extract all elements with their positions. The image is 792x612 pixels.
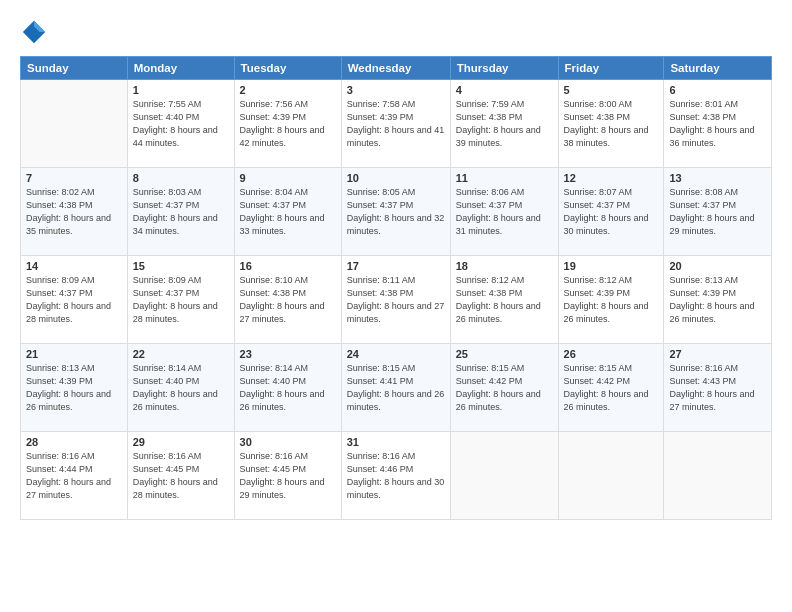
day-number: 26 [564, 348, 659, 360]
day-number: 5 [564, 84, 659, 96]
day-number: 14 [26, 260, 122, 272]
day-number: 28 [26, 436, 122, 448]
day-info: Sunrise: 8:14 AMSunset: 4:40 PMDaylight:… [133, 362, 229, 414]
calendar-week-row: 7Sunrise: 8:02 AMSunset: 4:38 PMDaylight… [21, 168, 772, 256]
day-number: 16 [240, 260, 336, 272]
calendar-weekday: Thursday [450, 57, 558, 80]
calendar-weekday: Friday [558, 57, 664, 80]
calendar-cell: 23Sunrise: 8:14 AMSunset: 4:40 PMDayligh… [234, 344, 341, 432]
calendar-cell: 6Sunrise: 8:01 AMSunset: 4:38 PMDaylight… [664, 80, 772, 168]
day-info: Sunrise: 8:16 AMSunset: 4:46 PMDaylight:… [347, 450, 445, 502]
day-info: Sunrise: 8:06 AMSunset: 4:37 PMDaylight:… [456, 186, 553, 238]
day-number: 1 [133, 84, 229, 96]
day-number: 18 [456, 260, 553, 272]
day-info: Sunrise: 7:55 AMSunset: 4:40 PMDaylight:… [133, 98, 229, 150]
day-info: Sunrise: 8:14 AMSunset: 4:40 PMDaylight:… [240, 362, 336, 414]
day-info: Sunrise: 8:08 AMSunset: 4:37 PMDaylight:… [669, 186, 766, 238]
calendar-cell: 19Sunrise: 8:12 AMSunset: 4:39 PMDayligh… [558, 256, 664, 344]
day-number: 8 [133, 172, 229, 184]
calendar-cell: 29Sunrise: 8:16 AMSunset: 4:45 PMDayligh… [127, 432, 234, 520]
calendar-weekday: Wednesday [341, 57, 450, 80]
day-number: 27 [669, 348, 766, 360]
calendar-week-row: 21Sunrise: 8:13 AMSunset: 4:39 PMDayligh… [21, 344, 772, 432]
logo-icon [20, 18, 48, 46]
day-number: 31 [347, 436, 445, 448]
day-info: Sunrise: 8:02 AMSunset: 4:38 PMDaylight:… [26, 186, 122, 238]
day-number: 19 [564, 260, 659, 272]
calendar-cell: 3Sunrise: 7:58 AMSunset: 4:39 PMDaylight… [341, 80, 450, 168]
calendar-week-row: 28Sunrise: 8:16 AMSunset: 4:44 PMDayligh… [21, 432, 772, 520]
day-number: 21 [26, 348, 122, 360]
calendar-cell: 17Sunrise: 8:11 AMSunset: 4:38 PMDayligh… [341, 256, 450, 344]
calendar-cell: 9Sunrise: 8:04 AMSunset: 4:37 PMDaylight… [234, 168, 341, 256]
calendar-cell: 18Sunrise: 8:12 AMSunset: 4:38 PMDayligh… [450, 256, 558, 344]
calendar-cell: 15Sunrise: 8:09 AMSunset: 4:37 PMDayligh… [127, 256, 234, 344]
calendar-cell: 8Sunrise: 8:03 AMSunset: 4:37 PMDaylight… [127, 168, 234, 256]
calendar-cell: 4Sunrise: 7:59 AMSunset: 4:38 PMDaylight… [450, 80, 558, 168]
header [20, 18, 772, 46]
page: SundayMondayTuesdayWednesdayThursdayFrid… [0, 0, 792, 612]
day-info: Sunrise: 8:15 AMSunset: 4:42 PMDaylight:… [456, 362, 553, 414]
day-number: 13 [669, 172, 766, 184]
day-info: Sunrise: 8:09 AMSunset: 4:37 PMDaylight:… [26, 274, 122, 326]
day-number: 30 [240, 436, 336, 448]
day-info: Sunrise: 8:16 AMSunset: 4:45 PMDaylight:… [240, 450, 336, 502]
logo [20, 18, 52, 46]
calendar-weekday: Saturday [664, 57, 772, 80]
day-info: Sunrise: 8:10 AMSunset: 4:38 PMDaylight:… [240, 274, 336, 326]
calendar-cell: 1Sunrise: 7:55 AMSunset: 4:40 PMDaylight… [127, 80, 234, 168]
calendar-weekday: Sunday [21, 57, 128, 80]
day-info: Sunrise: 8:16 AMSunset: 4:43 PMDaylight:… [669, 362, 766, 414]
calendar-cell: 5Sunrise: 8:00 AMSunset: 4:38 PMDaylight… [558, 80, 664, 168]
calendar-cell: 13Sunrise: 8:08 AMSunset: 4:37 PMDayligh… [664, 168, 772, 256]
calendar-cell: 11Sunrise: 8:06 AMSunset: 4:37 PMDayligh… [450, 168, 558, 256]
calendar-cell: 16Sunrise: 8:10 AMSunset: 4:38 PMDayligh… [234, 256, 341, 344]
calendar-cell: 7Sunrise: 8:02 AMSunset: 4:38 PMDaylight… [21, 168, 128, 256]
day-info: Sunrise: 7:59 AMSunset: 4:38 PMDaylight:… [456, 98, 553, 150]
day-info: Sunrise: 8:13 AMSunset: 4:39 PMDaylight:… [669, 274, 766, 326]
calendar-cell: 30Sunrise: 8:16 AMSunset: 4:45 PMDayligh… [234, 432, 341, 520]
calendar-cell: 12Sunrise: 8:07 AMSunset: 4:37 PMDayligh… [558, 168, 664, 256]
day-info: Sunrise: 8:05 AMSunset: 4:37 PMDaylight:… [347, 186, 445, 238]
day-info: Sunrise: 8:03 AMSunset: 4:37 PMDaylight:… [133, 186, 229, 238]
day-info: Sunrise: 8:16 AMSunset: 4:44 PMDaylight:… [26, 450, 122, 502]
day-number: 23 [240, 348, 336, 360]
day-number: 6 [669, 84, 766, 96]
day-info: Sunrise: 8:04 AMSunset: 4:37 PMDaylight:… [240, 186, 336, 238]
calendar-cell [21, 80, 128, 168]
calendar-cell: 14Sunrise: 8:09 AMSunset: 4:37 PMDayligh… [21, 256, 128, 344]
calendar-cell: 10Sunrise: 8:05 AMSunset: 4:37 PMDayligh… [341, 168, 450, 256]
day-info: Sunrise: 8:11 AMSunset: 4:38 PMDaylight:… [347, 274, 445, 326]
day-number: 20 [669, 260, 766, 272]
calendar-header-row: SundayMondayTuesdayWednesdayThursdayFrid… [21, 57, 772, 80]
day-number: 11 [456, 172, 553, 184]
calendar-cell [450, 432, 558, 520]
day-info: Sunrise: 8:15 AMSunset: 4:42 PMDaylight:… [564, 362, 659, 414]
day-number: 15 [133, 260, 229, 272]
day-number: 7 [26, 172, 122, 184]
day-number: 17 [347, 260, 445, 272]
calendar-cell: 20Sunrise: 8:13 AMSunset: 4:39 PMDayligh… [664, 256, 772, 344]
calendar-cell: 25Sunrise: 8:15 AMSunset: 4:42 PMDayligh… [450, 344, 558, 432]
calendar-cell: 31Sunrise: 8:16 AMSunset: 4:46 PMDayligh… [341, 432, 450, 520]
day-info: Sunrise: 8:12 AMSunset: 4:38 PMDaylight:… [456, 274, 553, 326]
day-info: Sunrise: 8:01 AMSunset: 4:38 PMDaylight:… [669, 98, 766, 150]
calendar-cell: 22Sunrise: 8:14 AMSunset: 4:40 PMDayligh… [127, 344, 234, 432]
calendar-cell: 27Sunrise: 8:16 AMSunset: 4:43 PMDayligh… [664, 344, 772, 432]
calendar-cell [558, 432, 664, 520]
day-info: Sunrise: 7:56 AMSunset: 4:39 PMDaylight:… [240, 98, 336, 150]
day-number: 24 [347, 348, 445, 360]
day-info: Sunrise: 8:09 AMSunset: 4:37 PMDaylight:… [133, 274, 229, 326]
day-number: 22 [133, 348, 229, 360]
calendar-cell: 26Sunrise: 8:15 AMSunset: 4:42 PMDayligh… [558, 344, 664, 432]
calendar-week-row: 14Sunrise: 8:09 AMSunset: 4:37 PMDayligh… [21, 256, 772, 344]
calendar-cell [664, 432, 772, 520]
calendar-cell: 24Sunrise: 8:15 AMSunset: 4:41 PMDayligh… [341, 344, 450, 432]
calendar-table: SundayMondayTuesdayWednesdayThursdayFrid… [20, 56, 772, 520]
day-number: 29 [133, 436, 229, 448]
calendar-weekday: Tuesday [234, 57, 341, 80]
day-number: 25 [456, 348, 553, 360]
day-info: Sunrise: 8:16 AMSunset: 4:45 PMDaylight:… [133, 450, 229, 502]
day-number: 2 [240, 84, 336, 96]
day-number: 9 [240, 172, 336, 184]
